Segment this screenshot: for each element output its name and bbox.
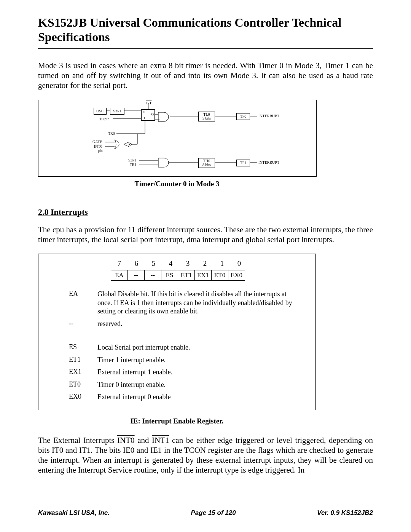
ie-register-box: 7 6 5 4 3 2 1 0 EA -- -- ES ET1 EX1 ET0 … [38,254,316,410]
bit-cell: ES [161,270,178,281]
intro-paragraph: Mode 3 is used in cases where an extra 8… [38,61,373,91]
osc-box: OSC [94,108,107,115]
footer-center: Page 15 of 120 [191,509,236,517]
bit-cell: EX0 [228,270,245,281]
section-para: The cpu has a provision for 11 different… [38,225,373,245]
bit-num: 5 [145,259,162,268]
bit-num: 1 [213,259,231,268]
body-text: The External Interrupts [38,436,117,445]
bit-cell: ET0 [211,270,228,281]
diagram-caption: Timer/Counter 0 in Mode 3 [38,180,316,188]
tr0-label: TR0 [108,131,115,136]
s3p1-b-label: S3P1 [128,158,136,162]
bit-num: 0 [231,259,248,268]
bit-cell: -- [127,270,145,281]
timer-diagram: C/T OSC S3P1 T0 pin I0 Q I1 TR0 GATE INT… [38,100,317,177]
body-paragraph: The External Interrupts INT0 and INT1 ca… [38,435,373,475]
bit-cell: EX1 [194,270,212,281]
def-row: EX0 External interrupt 0 enable [69,393,305,401]
diagram-svg [38,100,316,176]
bit-num: 2 [196,259,213,268]
document-title: KS152JB Universal Communications Control… [38,15,373,45]
tf0-box: TF0 [236,113,250,120]
section-heading: 2.8 Interrupts [38,207,373,217]
int1-overline: INT1 [152,436,169,445]
def-desc: External interrupt 1 enable. [97,368,172,377]
interrupt-a-label: INTERRUPT [258,114,279,118]
bit-cell: EA [111,270,128,281]
def-desc: reserved. [97,320,122,328]
def-row: ET1 Timer 1 interrupt enable. [69,356,305,364]
bit-num: 6 [128,259,145,268]
svg-point-12 [130,143,132,145]
bit-number-row: 7 6 5 4 3 2 1 0 [111,259,305,268]
bit-cell: -- [144,270,161,281]
def-term: ET0 [69,380,97,389]
def-desc: Timer 1 interrupt enable. [97,356,166,364]
def-term: ES [69,343,97,352]
footer-right: Ver. 0.9 KS152JB2 [317,509,373,517]
body-text: and [135,436,152,445]
register-caption: IE: Interrupt Enable Register. [38,417,316,425]
def-row: ET0 Timer 0 interrupt enable. [69,380,305,389]
def-desc: Global Disable bit. If this bit is clear… [97,290,295,316]
def-desc: Timer 0 interrupt enable. [97,380,166,389]
int0-label: INT0 [94,144,102,149]
mux-box: I0 Q I1 [141,109,155,121]
bit-cells-row: EA -- -- ES ET1 EX1 ET0 EX0 [111,270,305,281]
def-term: EX0 [69,393,97,401]
t0pin-label: T0 pin [99,117,109,121]
tl0-box: TL0 5 bits [198,112,215,121]
def-desc: External interrupt 0 enable [97,393,170,401]
bit-num: 4 [162,259,179,268]
tf1-box: TF1 [236,160,250,166]
title-divider [38,48,373,49]
th0-box: TH0 8 bits [198,158,215,168]
bit-num: 7 [111,259,128,268]
bit-num: 3 [179,259,196,268]
bit-cell: ET1 [178,270,195,281]
def-row: -- reserved. [69,320,305,328]
tr1-label: TR1 [130,163,137,167]
def-row: EA Global Disable bit. If this bit is cl… [69,290,305,316]
page-footer: Kawasaki LSI USA, Inc. Page 15 of 120 Ve… [38,509,373,517]
int0-overline: INT0 [117,436,135,445]
def-row: EX1 External interrupt 1 enable. [69,368,305,377]
def-desc: Local Serial port interrupt enable. [97,343,190,352]
def-term: ET1 [69,356,97,364]
s3p1-box-a: S3P1 [110,108,124,115]
def-term: EX1 [69,368,97,377]
def-term: -- [69,320,97,328]
def-term: EA [69,290,97,316]
interrupt-b-label: INTERRUPT [258,160,279,165]
ct-label: C/T [146,101,152,105]
footer-left: Kawasaki LSI USA, Inc. [38,509,110,517]
pin-label: pin [98,149,103,153]
gate-label: GATE [92,140,102,144]
def-row: ES Local Serial port interrupt enable. [69,343,305,352]
